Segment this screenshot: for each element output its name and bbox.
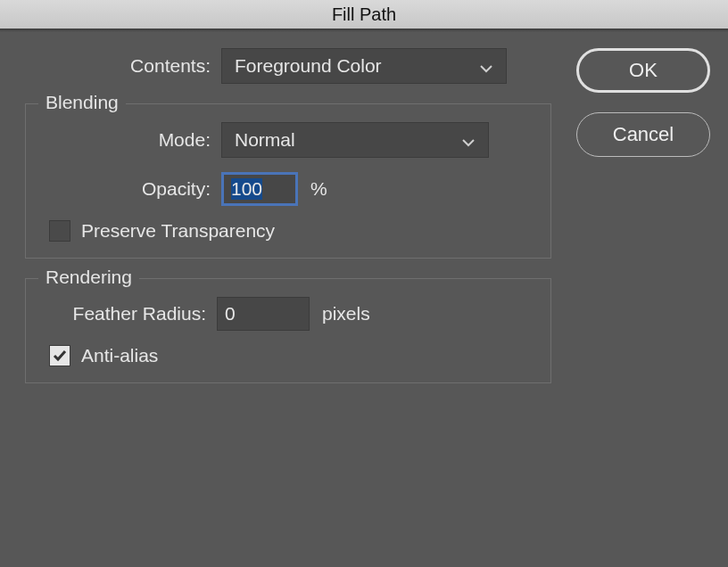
contents-dropdown-value: Foreground Color [235, 55, 479, 77]
mode-label: Mode: [38, 129, 221, 151]
chevron-down-icon [479, 59, 493, 73]
contents-dropdown[interactable]: Foreground Color [221, 48, 507, 84]
preserve-transparency-label: Preserve Transparency [81, 220, 275, 242]
checkbox-icon [49, 220, 70, 242]
preserve-transparency-checkbox[interactable]: Preserve Transparency [49, 220, 538, 242]
mode-row: Mode: Normal [38, 122, 538, 158]
blending-group: Blending Mode: Normal Opacity: % [25, 103, 551, 259]
feather-row: Feather Radius: pixels [38, 297, 538, 331]
rendering-group-title: Rendering [38, 267, 139, 288]
ok-button[interactable]: OK [576, 48, 710, 93]
feather-label: Feather Radius: [38, 303, 217, 325]
contents-row: Contents: Foreground Color [25, 48, 551, 84]
chevron-down-icon [461, 133, 476, 147]
feather-radius-input[interactable] [217, 297, 310, 331]
anti-alias-label: Anti-alias [81, 345, 158, 366]
mode-dropdown[interactable]: Normal [221, 122, 489, 158]
dialog-title: Fill Path [0, 0, 728, 29]
rendering-group: Rendering Feather Radius: pixels Anti-al… [25, 278, 551, 383]
checkbox-icon [49, 345, 70, 366]
contents-label: Contents: [25, 55, 221, 77]
opacity-row: Opacity: % [38, 172, 538, 206]
side-column: OK Cancel [576, 48, 710, 177]
anti-alias-checkbox[interactable]: Anti-alias [49, 345, 538, 366]
opacity-unit: % [310, 178, 327, 200]
cancel-button[interactable]: Cancel [576, 112, 710, 157]
blending-group-title: Blending [38, 92, 126, 113]
mode-dropdown-value: Normal [235, 129, 461, 151]
opacity-input[interactable] [221, 172, 298, 206]
feather-unit: pixels [322, 303, 370, 325]
opacity-label: Opacity: [38, 178, 221, 200]
main-column: Contents: Foreground Color Blending Mode… [25, 48, 551, 383]
dialog-body: Contents: Foreground Color Blending Mode… [0, 32, 728, 567]
